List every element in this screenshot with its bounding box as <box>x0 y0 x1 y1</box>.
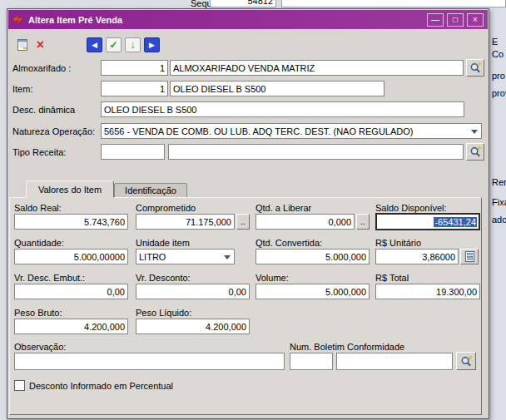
last-record-button[interactable]: ▶ <box>144 37 160 52</box>
background-sequencia-field[interactable]: 54812 <box>210 0 276 7</box>
tipo-receita-lookup-button[interactable] <box>466 143 484 161</box>
delete-record-button[interactable]: × <box>32 37 48 52</box>
total-field[interactable]: 19.300,00 <box>375 284 480 299</box>
boletim-lookup-button[interactable] <box>456 352 476 370</box>
total-value: 19.300,00 <box>436 287 477 297</box>
qtd-liberar-field[interactable]: 0,000 <box>255 214 355 230</box>
natureza-operacao-select[interactable]: 5656 - VENDA DE COMB. OU LUB. ADQ TERC. … <box>101 123 482 139</box>
first-record-button[interactable]: ◀ <box>87 37 102 52</box>
background-field-strip[interactable] <box>281 0 506 7</box>
total-label: R$ Total <box>375 273 409 283</box>
screen: Sequência: 54812 E Co pro prov Rent Fixa… <box>0 0 506 420</box>
saldo-disponivel-field[interactable]: -65431,24 <box>375 213 480 230</box>
volume-field[interactable]: 5.000,000 <box>255 284 370 299</box>
unidade-item-select[interactable]: LITRO <box>136 249 235 264</box>
desconto-percentual-checkbox[interactable] <box>14 380 25 391</box>
almoxarifado-label: Almoxarifado : <box>12 63 71 73</box>
last-record-icon: ▶ <box>149 41 155 49</box>
comprometido-field[interactable]: 71.175,000 <box>136 214 235 230</box>
magnifier-edit-icon <box>469 62 482 74</box>
background-fragment: Co <box>492 49 504 59</box>
observacao-field[interactable] <box>14 353 285 370</box>
confirm-check-icon: ✓ <box>109 39 117 51</box>
post-arrow-icon: ↓ <box>131 39 136 51</box>
tab-identificacao-label: Identificação <box>125 185 176 195</box>
unitario-calculator-button[interactable] <box>460 249 479 264</box>
unitario-field[interactable]: 3,86000 <box>375 249 459 264</box>
tipo-receita-label: Tipo Receita: <box>12 147 66 157</box>
ellipsis-icon: .. <box>360 217 365 226</box>
natureza-operacao-value: 5656 - VENDA DE COMB. OU LUB. ADQ TERC. … <box>104 126 413 136</box>
chevron-down-icon[interactable] <box>471 130 478 137</box>
volume-value: 5.000,000 <box>325 287 366 297</box>
altera-item-dialog: Altera Item Pré Venda — □ × × ◀ ✓ <box>7 8 489 419</box>
background-sequencia-value: 54812 <box>247 0 273 6</box>
saldo-disponivel-value: -65431,24 <box>434 217 477 227</box>
background-fragment: Fixa <box>492 197 506 207</box>
maximize-button[interactable]: □ <box>447 13 464 27</box>
qtd-liberar-value: 0,000 <box>328 217 351 227</box>
background-fragment: prov <box>492 88 506 98</box>
background-fragment: pro <box>492 71 505 81</box>
qtd-convertida-field[interactable]: 5.000,000 <box>255 249 370 264</box>
saldo-real-label: Saldo Real: <box>14 203 62 213</box>
item-code-field[interactable]: 1 <box>101 81 168 96</box>
almoxarifado-code: 1 <box>160 63 165 73</box>
almoxarifado-code-field[interactable]: 1 <box>101 60 168 76</box>
peso-liquido-field[interactable]: 4.200,000 <box>136 319 250 334</box>
delete-icon: × <box>37 37 44 52</box>
comprometido-more-button[interactable]: .. <box>236 214 250 230</box>
natureza-operacao-label: Natureza Operação: <box>12 126 95 136</box>
comprometido-value: 71.175,000 <box>186 217 231 227</box>
background-fragment: E <box>492 37 498 47</box>
boletim-label: Num. Boletim Conformidade <box>290 342 404 352</box>
desconto-field[interactable]: 0,00 <box>136 284 250 299</box>
boletim-code-field[interactable] <box>290 353 333 370</box>
desconto-value: 0,00 <box>229 287 246 297</box>
tab-valores-label: Valores do Item <box>38 185 102 195</box>
desc-embutido-label: Vr. Desc. Embut.: <box>14 273 85 283</box>
ellipsis-icon: .. <box>241 217 246 226</box>
tab-identificacao[interactable]: Identificação <box>114 183 187 197</box>
desc-dinamica-label: Desc. dinâmica <box>12 105 75 115</box>
post-button[interactable]: ↓ <box>125 37 141 52</box>
qtd-convertida-value: 5.000,000 <box>325 252 366 262</box>
minimize-button[interactable]: — <box>427 13 444 27</box>
peso-bruto-label: Peso Bruto: <box>14 308 62 318</box>
desc-embutido-field[interactable]: 0,00 <box>14 284 128 299</box>
first-record-icon: ◀ <box>92 41 97 49</box>
almoxarifado-name-field[interactable]: ALMOXARIFADO VENDA MATRIZ <box>170 60 464 76</box>
tipo-receita-name-field[interactable] <box>168 144 464 160</box>
saldo-real-field[interactable]: 5.743,760 <box>14 214 128 230</box>
new-record-button[interactable] <box>14 37 30 52</box>
item-label: Item: <box>12 84 32 94</box>
confirm-button[interactable]: ✓ <box>106 37 122 52</box>
peso-bruto-field[interactable]: 4.200,000 <box>14 319 128 334</box>
volume-label: Volume: <box>255 273 289 283</box>
close-button[interactable]: × <box>467 13 484 27</box>
unidade-item-label: Unidade item <box>136 238 190 248</box>
saldo-real-value: 5.743,760 <box>84 217 125 227</box>
quantidade-field[interactable]: 5.000,00000 <box>14 249 128 264</box>
boletim-desc-field[interactable] <box>336 353 453 370</box>
tipo-receita-code-field[interactable] <box>101 144 165 160</box>
chevron-down-icon[interactable] <box>224 255 231 263</box>
desc-dinamica-field[interactable]: OLEO DIESEL B S500 <box>101 101 464 117</box>
app-logo-icon <box>12 14 24 26</box>
background-fragment: ados <box>492 215 506 225</box>
unitario-value: 3,86000 <box>422 252 455 262</box>
desconto-percentual-label: Desconto Informado em Percentual <box>29 381 173 391</box>
title-bar[interactable]: Altera Item Pré Venda — □ × <box>8 10 488 29</box>
item-name: OLEO DIESEL B S500 <box>173 84 265 94</box>
peso-liquido-label: Peso Líquido: <box>136 308 191 318</box>
comprometido-label: Comprometido <box>136 203 196 213</box>
item-name-field[interactable]: OLEO DIESEL B S500 <box>170 81 384 96</box>
qtd-liberar-more-button[interactable]: .. <box>356 214 370 230</box>
almoxarifado-lookup-button[interactable] <box>466 59 484 77</box>
almoxarifado-name: ALMOXARIFADO VENDA MATRIZ <box>173 63 315 73</box>
desc-embutido-value: 0,00 <box>107 287 125 297</box>
calculator-icon <box>464 250 476 263</box>
quantidade-value: 5.000,00000 <box>74 252 125 262</box>
tab-valores-do-item[interactable]: Valores do Item <box>26 180 114 198</box>
qtd-liberar-label: Qtd. a Liberar <box>255 203 311 213</box>
